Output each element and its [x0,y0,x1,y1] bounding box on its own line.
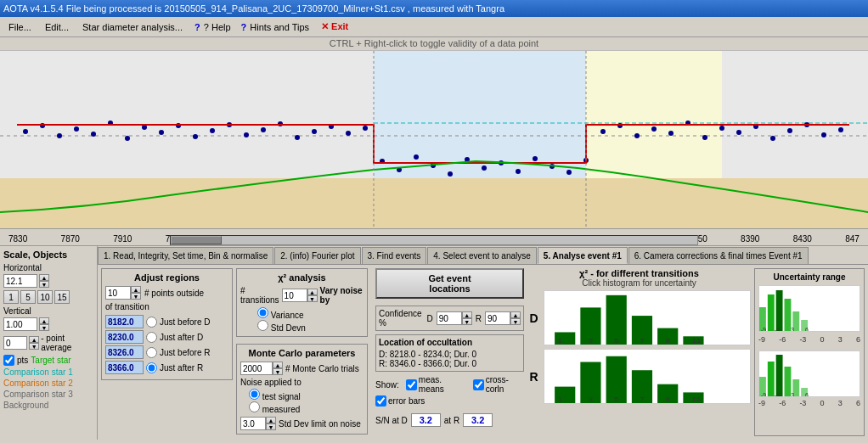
vary-noise-label: Vary noise by [320,286,364,305]
trials-spinner[interactable]: ▲ ▼ [273,362,283,375]
r-uncertainty-chart: -9 -3 3 6 [758,350,860,397]
d-conf-spin[interactable]: 90 [437,311,462,325]
svg-rect-83 [785,299,792,332]
scale-btn-10[interactable]: 10 [37,290,53,304]
svg-text:-3: -3 [775,327,780,332]
stddevn-radio[interactable] [257,320,268,331]
svg-rect-81 [768,294,775,332]
points-spinner[interactable]: ▲ ▼ [131,286,141,300]
svg-text:1: 1 [557,337,562,345]
scrollbar-thumb[interactable] [171,236,222,244]
spin-down[interactable]: ▼ [39,281,49,288]
before-d-radio[interactable] [146,317,157,328]
svg-text:11: 11 [692,337,702,345]
scale-btn-15[interactable]: 15 [54,290,70,304]
before-r-input[interactable] [105,345,144,359]
after-d-input[interactable] [105,330,144,344]
trials-spin[interactable]: 2000 [240,362,273,375]
transitions-spinner[interactable]: ▲ ▼ [307,289,318,302]
tab-3[interactable]: 3. Find events [362,247,427,264]
d-histogram[interactable]: 1 3 5 7 9 11 [544,290,751,345]
tab-6[interactable]: 6. Camera corrections & final times Even… [628,247,809,264]
before-r-radio[interactable] [146,347,157,358]
tab-2[interactable]: 2. (info) Fourier plot [274,247,360,264]
r-hist-label: R [527,370,540,384]
meas-means-checkbox[interactable] [406,379,417,390]
svg-text:9: 9 [666,337,671,345]
error-bars-checkbox[interactable] [375,395,386,407]
point-avg-label: - point average [41,334,93,352]
monte-title: Monte Carlo parameters [240,348,364,358]
point-avg-row: 0 ▲ ▼ - point average [3,334,93,352]
before-d-input[interactable] [105,315,144,328]
help-button[interactable]: ? ? Help [191,21,234,33]
point-avg-value[interactable]: 0 [3,336,27,350]
svg-point-25 [363,126,368,131]
hints-button[interactable]: ? Hints and Tips [238,21,313,33]
transitions-label: # transitions [240,286,279,305]
title-text: AOTA v4.1.5.4 File being processed is 20… [3,3,504,14]
transitions-spin[interactable]: 10 [282,289,307,302]
scale-btn-5[interactable]: 5 [20,290,36,304]
r-conf-spinner[interactable]: ▲ ▼ [510,311,521,325]
file-menu[interactable]: File... [3,20,37,34]
tab-4[interactable]: 4. Select event to analyse [427,247,537,264]
cross-corln-checkbox[interactable] [473,379,484,390]
variance-radio[interactable] [257,307,268,318]
get-event-button[interactable]: Get eventlocations [375,268,524,299]
measured-row: measured [249,401,364,414]
pts-checkbox[interactable] [3,355,14,366]
tab-1[interactable]: 1. Read, Integrity, Set time, Bin & norm… [98,247,273,264]
chi2-title: χ² analysis [240,272,364,283]
stddevn-row: Std Devn [257,320,364,333]
measured-radio[interactable] [249,401,260,412]
svg-rect-0 [0,178,868,229]
points-label: # points outside [144,289,204,298]
r-histogram[interactable]: 1 3 5 7 9 11 [544,349,751,404]
std-dev-spin[interactable]: 3.0 [240,417,266,430]
vert-spin-up[interactable]: ▲ [39,317,49,324]
after-r-radio[interactable] [146,362,157,373]
r-conf-spin[interactable]: 90 [485,311,510,325]
r-uncertainty-row: -9 -3 3 6 [758,350,860,397]
std-dev-input-group: 3.0 ▲ ▼ [240,417,276,430]
scale-btn-1[interactable]: 1 [3,290,19,304]
after-r-input[interactable] [105,361,144,374]
svg-point-46 [719,126,724,131]
exit-button[interactable]: ✕ Exit [316,20,353,33]
points-spin[interactable]: 10 [105,286,131,300]
region-after-d: Just after D [105,330,228,344]
r-label-conf: R [476,314,482,323]
vertical-value[interactable]: 1.00 [3,317,37,331]
r-conf-input: 90 ▲ ▼ [485,311,521,325]
d-hist-label: D [527,311,540,325]
edit-menu[interactable]: Edit... [40,20,74,34]
point-avg-spinner[interactable]: ▲ ▼ [29,336,39,350]
background-label: Background [3,401,48,410]
std-dev-spinner[interactable]: ▲ ▼ [266,417,276,430]
chi2-hist-subtitle[interactable]: Click histogram for uncertainty [527,278,751,288]
vertical-spinner[interactable]: ▲ ▼ [39,317,49,331]
of-transition-label: of transition [105,302,228,311]
tab-5[interactable]: 5. Analyse event #1 [538,247,628,264]
d-conf-spinner[interactable]: ▲ ▼ [462,311,472,325]
scale-title: Scale, Objects [3,250,93,260]
horizontal-spinner[interactable]: ▲ ▼ [39,274,49,288]
horizontal-value[interactable]: 12.1 [3,274,37,288]
d-uncertainty-chart: -9 -3 3 6 [758,285,860,332]
error-bars-check: error bars [375,395,425,407]
vert-spin-down[interactable]: ▼ [39,324,49,331]
scrollbar[interactable] [170,235,698,245]
test-signal-radio[interactable] [249,389,260,400]
svg-point-19 [261,127,266,132]
svg-point-21 [295,135,300,140]
tabs-row: 1. Read, Integrity, Set time, Bin & norm… [98,246,868,265]
noise-applied-label: Noise applied to [240,378,364,387]
spin-up[interactable]: ▲ [39,274,49,281]
variance-row: Variance [257,307,364,320]
svg-point-50 [787,128,792,133]
comp2-label: Comparison star 2 [3,379,73,388]
star-diameter-menu[interactable]: Star diameter analysis... [77,20,188,34]
after-d-radio[interactable] [146,332,157,343]
target-star-label: Target star [31,356,70,365]
